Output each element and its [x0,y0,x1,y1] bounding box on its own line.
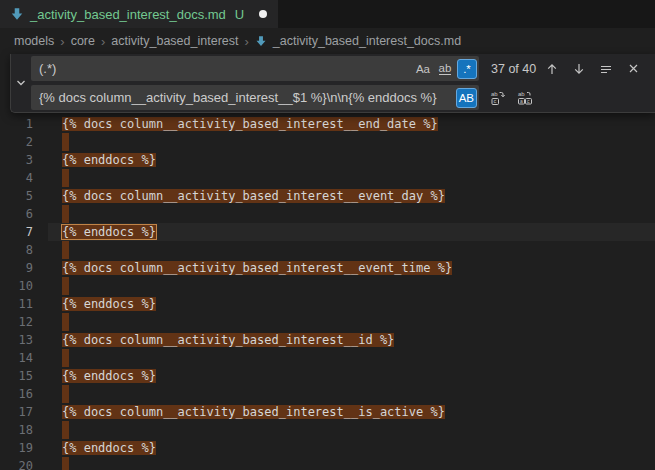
line-content [62,277,69,295]
editor-line[interactable]: 19{% enddocs %} [0,439,655,457]
replace-button[interactable]: ab c [487,87,509,109]
line-number: 7 [0,223,33,241]
editor-line[interactable]: 11{% enddocs %} [0,295,655,313]
editor-line[interactable]: 17{% docs column__activity_based_interes… [0,403,655,421]
editor-line[interactable]: 5{% docs column__activity_based_interest… [0,187,655,205]
find-match: {% enddocs %} [62,153,156,167]
line-content [62,457,69,470]
find-match-current: {% enddocs %} [62,225,156,239]
find-match-empty [62,385,69,403]
find-input-value: (.*) [39,61,411,76]
editor-line[interactable]: 15{% enddocs %} [0,367,655,385]
line-content [62,349,69,367]
line-content: {% docs column__activity_based_interest_… [62,187,445,205]
editor-line[interactable]: 18 [0,421,655,439]
editor-line[interactable]: 1{% docs column__activity_based_interest… [0,115,655,133]
find-in-selection-button[interactable] [595,58,617,80]
regex-toggle[interactable]: .* [457,59,477,79]
find-match: {% enddocs %} [62,441,156,455]
line-content: {% enddocs %} [62,367,156,385]
previous-match-button[interactable] [541,58,563,80]
editor-line[interactable]: 14 [0,349,655,367]
replace-input[interactable]: {% docs column__activity_based_interest_… [31,85,479,110]
line-number: 20 [0,457,33,470]
chevron-right-icon: › [101,34,105,49]
line-content [62,241,69,259]
line-content: {% docs column__activity_based_interest_… [62,259,452,277]
next-match-button[interactable] [568,58,590,80]
line-number: 10 [0,277,33,295]
editor-line[interactable]: 6 [0,205,655,223]
line-number: 18 [0,421,33,439]
breadcrumb-item-models[interactable]: models [14,34,54,48]
breadcrumb-item-core[interactable]: core [71,34,95,48]
line-content [62,385,69,403]
editor-line[interactable]: 12 [0,313,655,331]
line-content [62,421,69,439]
tab-active-file[interactable]: _activity_based_interest_docs.md U [0,0,278,28]
line-number: 17 [0,403,33,421]
find-input[interactable]: (.*) Aa ab .* [31,56,479,81]
breadcrumb-item-file[interactable]: _activity_based_interest_docs.md [273,34,461,48]
editor-line[interactable]: 20 [0,457,655,470]
find-match-empty [62,169,69,187]
git-status-badge: U [235,7,244,22]
editor-line[interactable]: 10 [0,277,655,295]
close-find-widget-button[interactable] [622,58,644,80]
editor-line[interactable]: 4 [0,169,655,187]
line-number: 11 [0,295,33,313]
selection-lines-icon [599,62,613,76]
find-match-empty [62,133,69,151]
find-match-empty [62,205,69,223]
editor-line[interactable]: 13{% docs column__activity_based_interes… [0,331,655,349]
line-number: 19 [0,439,33,457]
breadcrumb-item-folder[interactable]: activity_based_interest [111,34,238,48]
find-match: {% docs column__activity_based_interest_… [62,117,438,131]
replace-icon: ab c [490,90,506,106]
find-match: {% docs column__activity_based_interest_… [62,333,394,347]
arrow-down-icon [572,62,586,76]
match-count: 37 of 40 [491,62,536,76]
line-number: 6 [0,205,33,223]
line-content: {% enddocs %} [62,439,156,457]
markdown-file-icon [255,35,267,47]
match-case-toggle[interactable]: Aa [413,59,433,79]
editor-line[interactable]: 7{% enddocs %} [0,223,655,241]
line-content: {% enddocs %} [62,295,156,313]
whole-word-toggle[interactable]: ab [435,59,455,79]
editor-line[interactable]: 8 [0,241,655,259]
svg-text:a: a [520,98,523,104]
line-number: 12 [0,313,33,331]
editor-pane[interactable]: 1{% docs column__activity_based_interest… [0,54,655,470]
line-content [62,169,69,187]
find-match-empty [62,457,69,470]
markdown-file-icon [10,7,24,21]
line-number: 2 [0,133,33,151]
line-number: 1 [0,115,33,133]
unsaved-changes-dot-icon[interactable] [259,10,267,18]
editor-line[interactable]: 9{% docs column__activity_based_interest… [0,259,655,277]
toggle-replace-button[interactable] [11,54,31,112]
chevron-down-icon [14,76,28,90]
find-match-empty [62,421,69,439]
find-row: (.*) Aa ab .* 37 of 40 [31,56,649,81]
line-number: 3 [0,151,33,169]
line-content: {% enddocs %} [62,151,156,169]
editor-line[interactable]: 3{% enddocs %} [0,151,655,169]
line-number: 14 [0,349,33,367]
close-icon [627,62,640,75]
replace-input-value: {% docs column__activity_based_interest_… [39,90,454,105]
replace-all-button[interactable]: ab a c [514,87,536,109]
preserve-case-toggle[interactable]: AB [456,88,477,108]
line-number: 8 [0,241,33,259]
editor-line[interactable]: 2 [0,133,655,151]
breadcrumb: models › core › activity_based_interest … [0,28,655,54]
find-match: {% enddocs %} [62,369,156,383]
line-number: 5 [0,187,33,205]
editor-lines: 1{% docs column__activity_based_interest… [0,54,655,470]
find-replace-widget: (.*) Aa ab .* 37 of 40 [10,54,655,113]
editor-line[interactable]: 16 [0,385,655,403]
line-number: 9 [0,259,33,277]
find-match: {% enddocs %} [62,297,156,311]
svg-text:ab: ab [491,91,498,97]
